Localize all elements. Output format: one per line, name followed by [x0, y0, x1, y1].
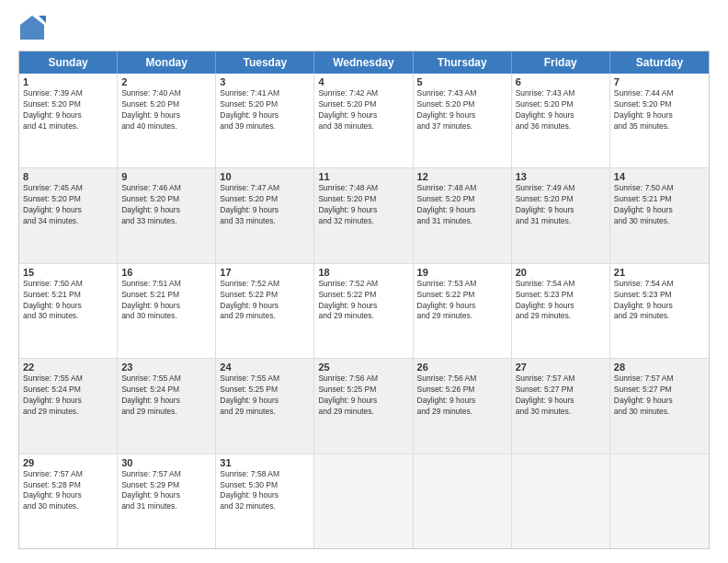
day-info: Sunrise: 7:50 AM Sunset: 5:21 PM Dayligh… — [23, 279, 113, 323]
day-number: 3 — [220, 76, 310, 87]
day-info: Sunrise: 7:47 AM Sunset: 5:20 PM Dayligh… — [220, 183, 310, 227]
day-number: 27 — [516, 362, 606, 373]
calendar-cell: 13Sunrise: 7:49 AM Sunset: 5:20 PM Dayli… — [512, 168, 610, 262]
calendar-cell: 31Sunrise: 7:58 AM Sunset: 5:30 PM Dayli… — [216, 454, 314, 548]
day-number: 28 — [614, 362, 705, 373]
day-number: 13 — [516, 171, 606, 182]
calendar-cell: 12Sunrise: 7:48 AM Sunset: 5:20 PM Dayli… — [414, 168, 512, 262]
day-info: Sunrise: 7:50 AM Sunset: 5:21 PM Dayligh… — [614, 183, 705, 227]
day-info: Sunrise: 7:54 AM Sunset: 5:23 PM Dayligh… — [516, 279, 606, 323]
calendar-cell: 6Sunrise: 7:43 AM Sunset: 5:20 PM Daylig… — [512, 74, 610, 167]
day-number: 17 — [220, 267, 310, 278]
day-info: Sunrise: 7:45 AM Sunset: 5:20 PM Dayligh… — [23, 183, 113, 227]
weekday-header: Friday — [512, 52, 610, 74]
day-number: 29 — [23, 457, 113, 468]
calendar-row: 15Sunrise: 7:50 AM Sunset: 5:21 PM Dayli… — [19, 264, 709, 359]
calendar-body: 1Sunrise: 7:39 AM Sunset: 5:20 PM Daylig… — [19, 74, 709, 548]
weekday-header: Saturday — [610, 52, 709, 74]
calendar-row: 8Sunrise: 7:45 AM Sunset: 5:20 PM Daylig… — [19, 168, 709, 263]
calendar-cell: 10Sunrise: 7:47 AM Sunset: 5:20 PM Dayli… — [216, 168, 314, 262]
day-number: 7 — [614, 76, 705, 87]
weekday-header: Sunday — [19, 52, 118, 74]
calendar-cell: 9Sunrise: 7:46 AM Sunset: 5:20 PM Daylig… — [118, 168, 216, 262]
calendar-row: 29Sunrise: 7:57 AM Sunset: 5:28 PM Dayli… — [19, 454, 709, 548]
day-info: Sunrise: 7:57 AM Sunset: 5:29 PM Dayligh… — [121, 469, 211, 513]
weekday-header: Wednesday — [314, 52, 413, 74]
day-number: 10 — [220, 171, 310, 182]
calendar-cell: 3Sunrise: 7:41 AM Sunset: 5:20 PM Daylig… — [216, 74, 314, 167]
day-number: 9 — [121, 171, 211, 182]
svg-marker-0 — [20, 16, 44, 40]
calendar-cell: 26Sunrise: 7:56 AM Sunset: 5:26 PM Dayli… — [414, 359, 512, 453]
weekday-header: Thursday — [414, 52, 512, 74]
calendar-cell: 2Sunrise: 7:40 AM Sunset: 5:20 PM Daylig… — [118, 74, 216, 167]
day-info: Sunrise: 7:41 AM Sunset: 5:20 PM Dayligh… — [220, 88, 310, 132]
day-info: Sunrise: 7:52 AM Sunset: 5:22 PM Dayligh… — [318, 279, 408, 323]
calendar-cell: 24Sunrise: 7:55 AM Sunset: 5:25 PM Dayli… — [216, 359, 314, 453]
logo-icon — [18, 14, 46, 41]
day-number: 31 — [220, 457, 310, 468]
day-number: 1 — [23, 76, 113, 87]
calendar-cell — [314, 454, 413, 548]
calendar-cell: 21Sunrise: 7:54 AM Sunset: 5:23 PM Dayli… — [610, 264, 709, 358]
day-info: Sunrise: 7:52 AM Sunset: 5:22 PM Dayligh… — [220, 279, 310, 323]
day-number: 20 — [516, 267, 606, 278]
calendar-cell — [512, 454, 610, 548]
day-info: Sunrise: 7:48 AM Sunset: 5:20 PM Dayligh… — [318, 183, 408, 227]
day-info: Sunrise: 7:55 AM Sunset: 5:25 PM Dayligh… — [220, 373, 310, 418]
day-number: 8 — [23, 171, 113, 182]
day-number: 11 — [318, 171, 408, 182]
calendar-cell: 8Sunrise: 7:45 AM Sunset: 5:20 PM Daylig… — [19, 168, 118, 262]
day-info: Sunrise: 7:56 AM Sunset: 5:26 PM Dayligh… — [417, 373, 507, 418]
day-info: Sunrise: 7:49 AM Sunset: 5:20 PM Dayligh… — [516, 183, 606, 227]
day-info: Sunrise: 7:43 AM Sunset: 5:20 PM Dayligh… — [516, 88, 606, 132]
day-number: 19 — [417, 267, 507, 278]
day-number: 25 — [318, 362, 408, 373]
day-number: 24 — [220, 362, 310, 373]
logo — [18, 14, 50, 41]
calendar-cell: 20Sunrise: 7:54 AM Sunset: 5:23 PM Dayli… — [512, 264, 610, 358]
calendar-cell — [414, 454, 512, 548]
day-number: 22 — [23, 362, 113, 373]
day-number: 14 — [614, 171, 705, 182]
day-info: Sunrise: 7:51 AM Sunset: 5:21 PM Dayligh… — [121, 279, 211, 323]
weekday-header: Monday — [118, 52, 216, 74]
day-info: Sunrise: 7:42 AM Sunset: 5:20 PM Dayligh… — [318, 88, 408, 132]
calendar-cell: 14Sunrise: 7:50 AM Sunset: 5:21 PM Dayli… — [610, 168, 709, 262]
day-number: 30 — [121, 457, 211, 468]
calendar-cell: 23Sunrise: 7:55 AM Sunset: 5:24 PM Dayli… — [118, 359, 216, 453]
calendar-cell: 11Sunrise: 7:48 AM Sunset: 5:20 PM Dayli… — [314, 168, 413, 262]
day-number: 12 — [417, 171, 507, 182]
calendar-cell — [610, 454, 709, 548]
calendar-cell: 28Sunrise: 7:57 AM Sunset: 5:27 PM Dayli… — [610, 359, 709, 453]
day-info: Sunrise: 7:44 AM Sunset: 5:20 PM Dayligh… — [614, 88, 705, 132]
calendar-cell: 22Sunrise: 7:55 AM Sunset: 5:24 PM Dayli… — [19, 359, 118, 453]
calendar-cell: 16Sunrise: 7:51 AM Sunset: 5:21 PM Dayli… — [118, 264, 216, 358]
day-number: 26 — [417, 362, 507, 373]
day-number: 18 — [318, 267, 408, 278]
calendar-cell: 5Sunrise: 7:43 AM Sunset: 5:20 PM Daylig… — [414, 74, 512, 167]
calendar-header: SundayMondayTuesdayWednesdayThursdayFrid… — [19, 52, 709, 74]
calendar-cell: 27Sunrise: 7:57 AM Sunset: 5:27 PM Dayli… — [512, 359, 610, 453]
day-info: Sunrise: 7:57 AM Sunset: 5:27 PM Dayligh… — [614, 373, 705, 418]
calendar-cell: 7Sunrise: 7:44 AM Sunset: 5:20 PM Daylig… — [610, 74, 709, 167]
day-info: Sunrise: 7:46 AM Sunset: 5:20 PM Dayligh… — [121, 183, 211, 227]
weekday-header: Tuesday — [216, 52, 314, 74]
calendar-row: 22Sunrise: 7:55 AM Sunset: 5:24 PM Dayli… — [19, 359, 709, 454]
day-number: 5 — [417, 76, 507, 87]
day-info: Sunrise: 7:43 AM Sunset: 5:20 PM Dayligh… — [417, 88, 507, 132]
day-info: Sunrise: 7:56 AM Sunset: 5:25 PM Dayligh… — [318, 373, 408, 418]
day-number: 6 — [516, 76, 606, 87]
day-info: Sunrise: 7:57 AM Sunset: 5:28 PM Dayligh… — [23, 469, 113, 513]
calendar-cell: 29Sunrise: 7:57 AM Sunset: 5:28 PM Dayli… — [19, 454, 118, 548]
calendar: SundayMondayTuesdayWednesdayThursdayFrid… — [18, 51, 710, 549]
day-number: 21 — [614, 267, 705, 278]
day-info: Sunrise: 7:55 AM Sunset: 5:24 PM Dayligh… — [121, 373, 211, 418]
calendar-cell: 30Sunrise: 7:57 AM Sunset: 5:29 PM Dayli… — [118, 454, 216, 548]
page: SundayMondayTuesdayWednesdayThursdayFrid… — [0, 0, 728, 563]
day-number: 4 — [318, 76, 408, 87]
day-info: Sunrise: 7:55 AM Sunset: 5:24 PM Dayligh… — [23, 373, 113, 418]
day-number: 15 — [23, 267, 113, 278]
day-info: Sunrise: 7:58 AM Sunset: 5:30 PM Dayligh… — [220, 469, 310, 513]
calendar-row: 1Sunrise: 7:39 AM Sunset: 5:20 PM Daylig… — [19, 74, 709, 168]
